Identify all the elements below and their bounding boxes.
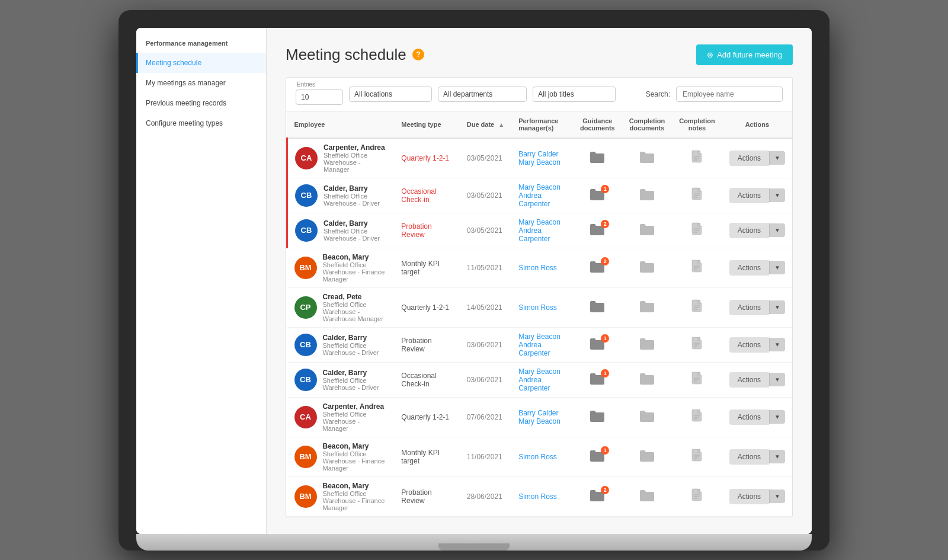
actions-dropdown-button[interactable]: ▼ bbox=[769, 188, 785, 202]
guidance-docs-cell[interactable]: 1 bbox=[573, 178, 622, 213]
completion-docs-cell[interactable] bbox=[622, 213, 672, 248]
completion-docs-cell[interactable] bbox=[622, 362, 672, 397]
employee-office: Sheffield Office bbox=[324, 193, 380, 200]
avatar: CA bbox=[295, 147, 318, 169]
actions-dropdown-button[interactable]: ▼ bbox=[769, 410, 785, 424]
guidance-docs-cell[interactable] bbox=[573, 138, 622, 178]
actions-dropdown-button[interactable]: ▼ bbox=[769, 338, 785, 351]
department-filter[interactable]: All departments bbox=[438, 87, 527, 102]
manager-link[interactable]: Mary Beacon bbox=[518, 417, 566, 425]
table-row: CB Calder, Barry Sheffield Office Wareho… bbox=[287, 362, 793, 397]
completion-notes-cell[interactable] bbox=[672, 397, 722, 437]
completion-docs-cell[interactable] bbox=[622, 397, 672, 437]
sidebar-item-my-meetings[interactable]: My meetings as manager bbox=[136, 73, 266, 93]
guidance-docs-cell[interactable]: 1 bbox=[573, 362, 622, 397]
completion-docs-cell[interactable] bbox=[622, 327, 672, 362]
actions-button[interactable]: Actions bbox=[729, 337, 769, 353]
col-due-date[interactable]: Due date ▲ bbox=[460, 111, 511, 138]
completion-docs-cell[interactable] bbox=[622, 476, 672, 516]
completion-docs-cell[interactable] bbox=[622, 248, 672, 287]
employee-cell: BM Beacon, Mary Sheffield Office Warehou… bbox=[287, 476, 395, 516]
manager-link[interactable]: Andrea Carpenter bbox=[518, 191, 566, 208]
actions-button[interactable]: Actions bbox=[729, 489, 769, 504]
manager-link[interactable]: Simon Ross bbox=[518, 303, 566, 312]
completion-notes-cell[interactable] bbox=[672, 362, 722, 397]
completion-docs-cell[interactable] bbox=[622, 437, 672, 476]
manager-link[interactable]: Andrea Carpenter bbox=[518, 226, 566, 243]
actions-button[interactable]: Actions bbox=[729, 188, 769, 203]
actions-button[interactable]: Actions bbox=[729, 372, 769, 388]
sidebar-item-previous-records[interactable]: Previous meeting records bbox=[136, 93, 266, 113]
avatar: CB bbox=[295, 219, 318, 242]
actions-button[interactable]: Actions bbox=[729, 260, 769, 276]
actions-button[interactable]: Actions bbox=[729, 223, 769, 238]
guidance-docs-cell[interactable] bbox=[573, 287, 622, 327]
employee-cell: BM Beacon, Mary Sheffield Office Warehou… bbox=[287, 248, 395, 287]
manager-link[interactable]: Barry Calder bbox=[518, 150, 566, 158]
sidebar-item-meeting-schedule[interactable]: Meeting schedule bbox=[136, 53, 266, 73]
manager-link[interactable]: Simon Ross bbox=[518, 264, 566, 272]
completion-notes-cell[interactable] bbox=[672, 213, 722, 248]
manager-link[interactable]: Simon Ross bbox=[518, 453, 566, 461]
manager-link[interactable]: Andrea Carpenter bbox=[518, 341, 566, 357]
guidance-docs-cell[interactable]: 2 bbox=[573, 476, 622, 516]
completion-notes-cell[interactable] bbox=[672, 138, 722, 178]
employee-office: Sheffield Office bbox=[324, 228, 380, 235]
actions-button[interactable]: Actions bbox=[729, 300, 769, 315]
manager-link[interactable]: Mary Beacon bbox=[518, 218, 566, 226]
actions-dropdown-button[interactable]: ▼ bbox=[769, 151, 785, 165]
manager-link[interactable]: Mary Beacon bbox=[518, 158, 566, 167]
actions-cell: Actions ▼ bbox=[722, 476, 792, 516]
table-row: CA Carpenter, Andrea Sheffield Office Wa… bbox=[287, 138, 793, 178]
completion-notes-cell[interactable] bbox=[672, 287, 722, 327]
completion-docs-cell[interactable] bbox=[622, 178, 672, 213]
actions-button[interactable]: Actions bbox=[729, 151, 769, 166]
manager-link[interactable]: Mary Beacon bbox=[518, 332, 566, 341]
completion-docs-cell[interactable] bbox=[622, 287, 672, 327]
manager-link[interactable]: Mary Beacon bbox=[518, 367, 566, 376]
actions-dropdown-button[interactable]: ▼ bbox=[769, 373, 785, 386]
guidance-docs-cell[interactable]: 1 bbox=[573, 437, 622, 476]
col-completion-docs: Completiondocuments bbox=[622, 111, 672, 138]
actions-dropdown-button[interactable]: ▼ bbox=[769, 223, 785, 237]
guidance-docs-cell[interactable]: 1 bbox=[573, 327, 622, 362]
employee-cell: CA Carpenter, Andrea Sheffield Office Wa… bbox=[287, 397, 395, 437]
job-title-filter[interactable]: All job titles bbox=[533, 87, 616, 102]
table-row: CB Calder, Barry Sheffield Office Wareho… bbox=[287, 327, 793, 362]
guidance-docs-cell[interactable]: 2 bbox=[573, 248, 622, 287]
employee-cell: CB Calder, Barry Sheffield Office Wareho… bbox=[287, 362, 395, 397]
completion-notes-cell[interactable] bbox=[672, 476, 722, 516]
sort-arrow-due-date: ▲ bbox=[498, 121, 504, 128]
guidance-docs-cell[interactable] bbox=[573, 397, 622, 437]
manager-link[interactable]: Mary Beacon bbox=[518, 183, 566, 191]
col-meeting-type: Meeting type bbox=[394, 111, 459, 138]
actions-dropdown-button[interactable]: ▼ bbox=[769, 450, 785, 463]
completion-notes-cell[interactable] bbox=[672, 248, 722, 287]
managers-cell: Simon Ross bbox=[511, 287, 573, 327]
sidebar-item-configure[interactable]: Configure meeting types bbox=[136, 113, 266, 133]
actions-dropdown-button[interactable]: ▼ bbox=[769, 261, 785, 274]
guidance-docs-cell[interactable]: 2 bbox=[573, 213, 622, 248]
actions-button[interactable]: Actions bbox=[729, 409, 769, 425]
actions-dropdown-button[interactable]: ▼ bbox=[769, 489, 785, 503]
entries-select[interactable]: 10 25 50 100 bbox=[296, 89, 343, 105]
location-filter[interactable]: All locations bbox=[349, 87, 432, 102]
avatar: CB bbox=[294, 369, 317, 391]
help-icon[interactable]: ? bbox=[412, 49, 424, 60]
completion-notes-cell[interactable] bbox=[672, 178, 722, 213]
employee-name: Calder, Barry bbox=[323, 334, 379, 342]
add-future-meeting-button[interactable]: ⊕ Add future meeting bbox=[696, 44, 793, 65]
manager-link[interactable]: Andrea Carpenter bbox=[518, 376, 566, 392]
actions-button[interactable]: Actions bbox=[729, 449, 769, 465]
manager-link[interactable]: Barry Calder bbox=[518, 409, 566, 417]
actions-dropdown-button[interactable]: ▼ bbox=[769, 300, 785, 314]
meeting-type-cell: Quarterly 1-2-1 bbox=[394, 138, 459, 178]
employee-office: Sheffield Office bbox=[323, 450, 387, 457]
completion-notes-cell[interactable] bbox=[672, 327, 722, 362]
due-date-cell: 03/05/2021 bbox=[460, 178, 511, 213]
due-date-cell: 03/06/2021 bbox=[460, 362, 511, 397]
search-input[interactable] bbox=[676, 87, 783, 102]
completion-notes-cell[interactable] bbox=[672, 437, 722, 476]
manager-link[interactable]: Simon Ross bbox=[518, 492, 566, 501]
completion-docs-cell[interactable] bbox=[622, 138, 672, 178]
